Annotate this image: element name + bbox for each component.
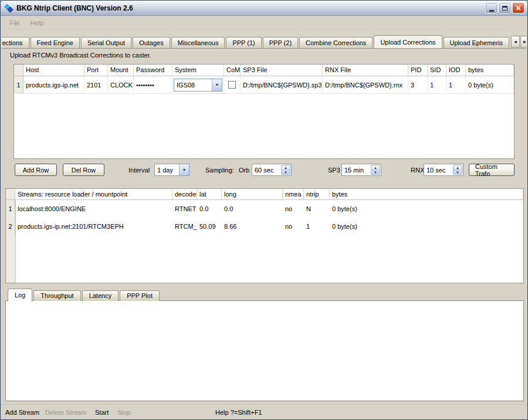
- spin-down-icon[interactable]: ▼: [453, 170, 462, 174]
- add-row-button[interactable]: Add Row: [15, 164, 57, 176]
- spin-down-icon[interactable]: ▼: [282, 170, 290, 174]
- tab-outages[interactable]: Outages: [133, 37, 170, 48]
- sampling-label: Sampling:: [205, 167, 234, 174]
- system-combobox-value: IGS08: [174, 79, 212, 91]
- spin-up-icon[interactable]: ▲: [282, 165, 290, 170]
- bytes-cell: 0 byte(s): [466, 76, 514, 93]
- maximize-button[interactable]: [499, 2, 511, 13]
- menu-file[interactable]: File: [4, 18, 25, 28]
- spin-down-icon[interactable]: ▼: [371, 170, 380, 174]
- minimize-button[interactable]: [485, 2, 497, 13]
- close-button[interactable]: ✕: [512, 2, 524, 13]
- tab-miscellaneous[interactable]: Miscellaneous: [171, 37, 225, 48]
- tab-feed-engine[interactable]: Feed Engine: [31, 37, 80, 48]
- tab-broadcast-corrections[interactable]: rections: [2, 37, 29, 48]
- column-header-nmea: nmea: [283, 189, 304, 199]
- tab-ppp-2[interactable]: PPP (2): [263, 37, 298, 48]
- column-header-system: System: [172, 65, 224, 76]
- host-cell[interactable]: products.igs-ip.net: [23, 76, 84, 93]
- lat-cell: 50.09: [197, 218, 222, 235]
- orb-label: Orb: [239, 167, 249, 174]
- sp3-file-cell[interactable]: D:/tmp/BNC${GPSWD}.sp3: [241, 76, 323, 93]
- column-header-mountpoint: Streams: resource loader / mountpoint: [15, 189, 172, 199]
- chevron-down-icon: ▼: [182, 168, 187, 172]
- close-icon: ✕: [515, 4, 521, 12]
- orb-spinbox[interactable]: 60 sec ▲ ▼: [252, 164, 292, 176]
- bytes-cell: 0 byte(s): [330, 218, 523, 235]
- stream-row[interactable]: 2 products.igs-ip.net:2101/RTCM3EPH RTCM…: [6, 218, 523, 235]
- app-window: BKG Ntrip Client (BNC) Version 2.6 ✕ Fil…: [0, 0, 528, 420]
- spin-up-icon[interactable]: ▲: [453, 165, 462, 170]
- tab-upload-ephemeris[interactable]: Upload Ephemeris: [444, 37, 510, 48]
- column-header-bytes: bytes: [466, 65, 514, 76]
- main-tab-bar: rections Feed Engine Serial Output Outag…: [2, 35, 526, 49]
- menu-bar: File Help: [1, 16, 527, 29]
- interval-label: Interval: [128, 167, 150, 174]
- upload-table-header: Host Port Mount Password System CoM SP3 …: [14, 65, 514, 76]
- tab-ppp-plot[interactable]: PPP Plot: [120, 290, 160, 301]
- column-header-ntrip: ntrip: [304, 189, 330, 199]
- rnx-spin-buttons: ▲ ▼: [453, 165, 462, 175]
- status-bar: Add Stream Delete Stream Start Stop Help…: [1, 404, 527, 419]
- chevron-down-icon: ▼: [215, 83, 219, 87]
- system-combobox[interactable]: IGS08 ▼: [174, 79, 222, 92]
- column-header-iod: IOD: [446, 65, 466, 76]
- custom-trafo-button[interactable]: Custom Trafo: [469, 164, 515, 176]
- scroll-left-icon: ◄: [513, 39, 518, 45]
- com-cell: [224, 76, 241, 93]
- system-cell: IGS08 ▼: [172, 76, 224, 93]
- tab-serial-output[interactable]: Serial Output: [81, 37, 131, 48]
- rnx-label: RNX: [411, 167, 424, 174]
- system-dropdown-button[interactable]: ▼: [212, 79, 222, 91]
- tab-upload-corrections[interactable]: Upload Corrections: [374, 35, 442, 49]
- com-checkbox[interactable]: [228, 81, 236, 89]
- stop-button: Stop: [117, 409, 131, 416]
- upload-corrections-pane: Upload RTCMv3 Broadcast Corrections to c…: [5, 49, 524, 182]
- column-header-sp3-file: SP3 File: [241, 65, 323, 76]
- del-row-button[interactable]: Del Row: [63, 164, 104, 176]
- mount-cell[interactable]: CLOCK: [108, 76, 134, 93]
- rnx-file-cell[interactable]: D:/tmp/BNC${GPSWD}.rnx: [323, 76, 408, 93]
- start-button[interactable]: Start: [95, 409, 109, 416]
- iod-cell[interactable]: 1: [446, 76, 466, 93]
- column-header-lat: lat: [197, 189, 222, 199]
- sp3-label: SP3: [328, 167, 340, 174]
- bytes-cell: 0 byte(s): [330, 200, 523, 218]
- tab-combine-corrections[interactable]: Combine Corrections: [299, 37, 373, 48]
- spin-up-icon[interactable]: ▲: [371, 165, 380, 170]
- column-header-host: Host: [23, 65, 84, 76]
- app-icon: [4, 4, 14, 13]
- tab-throughput[interactable]: Throughput: [33, 290, 80, 301]
- tab-scroll-buttons: ◄ ►: [510, 36, 526, 48]
- add-stream-button[interactable]: Add Stream: [5, 409, 39, 416]
- tab-scroll-left-button[interactable]: ◄: [511, 36, 520, 48]
- tab-latency[interactable]: Latency: [82, 290, 119, 301]
- nmea-cell: no: [283, 218, 304, 235]
- ntrip-cell: N: [304, 200, 330, 218]
- orb-spin-buttons: ▲ ▼: [281, 165, 290, 175]
- sid-cell[interactable]: 1: [428, 76, 446, 93]
- interval-value: 1 day: [155, 164, 179, 175]
- column-header-com: CoM: [224, 65, 241, 76]
- interval-combobox[interactable]: 1 day ▼: [154, 164, 189, 176]
- password-cell[interactable]: ••••••••: [134, 76, 172, 93]
- decoder-cell: RTNET: [172, 200, 197, 218]
- tab-scroll-right-button[interactable]: ►: [520, 36, 526, 48]
- rnx-value: 10 sec: [424, 164, 452, 175]
- upload-table: Host Port Mount Password System CoM SP3 …: [13, 64, 515, 159]
- decoder-cell: RTCM_3: [172, 218, 197, 235]
- port-cell[interactable]: 2101: [84, 76, 108, 93]
- sp3-spinbox[interactable]: 15 min ▲ ▼: [341, 164, 381, 176]
- mountpoint-cell: localhost:8000/ENGINE: [15, 200, 172, 218]
- interval-dropdown-button[interactable]: ▼: [179, 164, 189, 175]
- column-header-mount: Mount: [108, 65, 134, 76]
- rnx-spinbox[interactable]: 10 sec ▲ ▼: [424, 164, 463, 176]
- menu-help[interactable]: Help: [25, 18, 49, 28]
- pid-cell[interactable]: 3: [408, 76, 428, 93]
- orb-value: 60 sec: [252, 164, 280, 175]
- tab-log[interactable]: Log: [8, 289, 32, 302]
- mountpoint-cell: products.igs-ip.net:2101/RTCM3EPH: [15, 218, 172, 235]
- tab-ppp-1[interactable]: PPP (1): [226, 37, 261, 48]
- stream-row[interactable]: 1 localhost:8000/ENGINE RTNET 0.0 0.0 no…: [6, 200, 523, 218]
- nmea-cell: no: [283, 200, 304, 218]
